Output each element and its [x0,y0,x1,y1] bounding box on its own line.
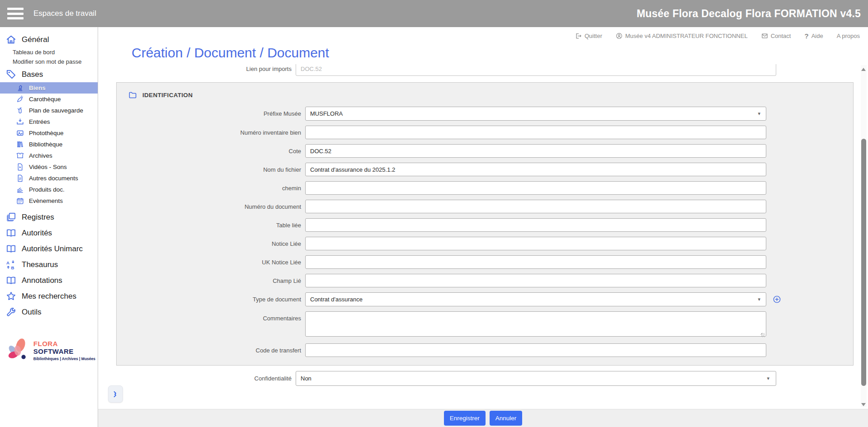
core-sample-icon [16,95,24,103]
svg-text:A: A [6,260,9,265]
document-icon [16,174,24,182]
numero-inventaire-bien-row: Numéro inventaire bien [117,126,853,139]
contact-link[interactable]: Contact [761,33,791,39]
sidebar-item-general[interactable]: Général [0,32,98,47]
cote-input[interactable] [305,144,766,158]
numero-inventaire-bien-input[interactable] [305,126,766,139]
sidebar: Général Tableau de bord Modifier son mot… [0,27,98,427]
sidebar-item-entrees[interactable]: Entrées [0,116,98,127]
add-circle-icon[interactable] [773,295,781,304]
sidebar-item-annotations[interactable]: Annotations [0,272,98,288]
confidentialite-select[interactable]: Non ▾ [296,371,776,386]
wrench-icon [6,307,16,317]
save-button[interactable]: Enregistrer [444,411,486,426]
prefixe-musee-row: Préfixe Musée MUSFLORA ▾ [117,107,853,121]
question-mark-icon: ? [804,32,808,40]
nom-du-fichier-input[interactable] [305,163,766,176]
type-de-document-select[interactable]: Contrat d'assurance ▾ [305,292,766,306]
identification-panel: IDENTIFICATION Préfixe Musée MUSFLORA ▾ … [116,82,854,366]
sidebar-item-videos-sons[interactable]: Vidéos - Sons [0,161,98,173]
envelope-icon [761,33,768,39]
sidebar-item-produits-doc[interactable]: Produits doc. [0,184,98,195]
expand-panel-button[interactable] [108,385,123,403]
sidebar-item-autres-documents[interactable]: Autres documents [0,173,98,184]
sidebar-item-autorites-unimarc[interactable]: Autorités Unimarc [0,241,98,257]
open-book-icon [6,244,16,254]
flora-software-logo: FLORA SOFTWARE Bibliothèques | Archives … [5,336,98,364]
home-icon [6,34,16,45]
commentaires-textarea[interactable] [305,311,766,337]
logo-tagline: Bibliothèques | Archives | Musées [33,357,98,361]
sidebar-item-evenements[interactable]: Evènements [0,195,98,206]
main-area: Quitter Musée v4 ADMINISTRATEUR FONCTION… [98,27,868,427]
star-icon [6,291,16,301]
sidebar-item-carotheque[interactable]: Carothèque [0,94,98,105]
photo-icon [16,129,24,137]
sidebar-item-tableau-de-bord[interactable]: Tableau de bord [0,47,98,57]
sidebar-item-autorites[interactable]: Autorités [0,225,98,241]
sidebar-item-mes-recherches[interactable]: Mes recherches [0,288,98,304]
uk-notice-liee-row: UK Notice Liée [117,255,853,269]
field-label: Numéro du document [117,203,305,210]
chevron-down-icon: ▾ [758,296,760,302]
apropos-link[interactable]: A propos [837,33,860,39]
sidebar-item-thesaurus[interactable]: AB Thesaurus [0,257,98,272]
user-icon [616,33,623,39]
field-label: Confidentialité [98,375,296,382]
type-de-document-row: Type de document Contrat d'assurance ▾ [117,292,853,306]
chemin-input[interactable] [305,181,766,195]
vertical-scrollbar[interactable] [861,65,867,407]
notice-liee-input[interactable] [305,237,766,250]
field-label: Lien pour imports [98,66,296,72]
sidebar-item-outils[interactable]: Outils [0,304,98,320]
cancel-button[interactable]: Annuler [490,411,523,426]
sidebar-item-phototheque[interactable]: Photothèque [0,127,98,139]
field-label: UK Notice Liée [117,259,305,266]
field-label: Notice Liée [117,240,305,247]
field-label: Type de document [117,296,305,303]
form-scroll-area: Lien pour imports IDENTIFICATION Préfixe… [98,64,868,409]
scroll-up-arrow-icon[interactable] [861,68,866,71]
scrollbar-thumb[interactable] [861,139,866,386]
sidebar-item-archives[interactable]: Archives [0,150,98,161]
field-label: Champ Lié [117,277,305,284]
commentaires-row: Commentaires [117,311,853,338]
svg-text:B: B [11,265,14,270]
numero-du-document-row: Numéro du document [117,200,853,213]
cote-row: Cote [117,144,853,158]
quitter-link[interactable]: Quitter [575,33,602,39]
field-label: Numéro inventaire bien [117,129,305,136]
field-label: chemin [117,185,305,192]
table-liee-row: Table liée [117,218,853,232]
open-book-icon [6,275,16,286]
open-book-icon [6,228,16,238]
prefixe-musee-select[interactable]: MUSFLORA ▾ [305,107,766,121]
user-account-link[interactable]: Musée v4 ADMINISTRATEUR FONCTIONNEL [616,33,748,39]
workspaces-label[interactable]: Espaces de travail [33,9,96,18]
uk-notice-liee-input[interactable] [305,255,766,269]
aide-link[interactable]: ? Aide [804,32,823,40]
field-label: Préfixe Musée [117,110,305,117]
tag-icon [6,69,16,80]
identification-header[interactable]: IDENTIFICATION [128,91,853,99]
chevron-right-icon [112,390,119,398]
code-de-transfert-input[interactable] [305,343,766,357]
sidebar-item-biens[interactable]: Biens [0,82,98,94]
sidebar-item-modifier-mot-de-passe[interactable]: Modifier son mot de passe [0,57,98,66]
numero-du-document-input[interactable] [305,200,766,213]
flora-petals-icon [5,336,32,364]
table-liee-input[interactable] [305,218,766,232]
resize-grip-icon[interactable] [761,333,765,337]
scroll-down-arrow-icon[interactable] [861,403,866,406]
sidebar-item-bibliotheque[interactable]: Bibliothèque [0,139,98,150]
champ-lie-input[interactable] [305,274,766,287]
header-links: Quitter Musée v4 ADMINISTRATEUR FONCTION… [98,27,868,42]
sidebar-item-bases[interactable]: Bases [0,66,98,82]
sidebar-item-registres[interactable]: Registres [0,209,98,225]
field-label: Nom du fichier [117,166,305,173]
topbar: Espaces de travail Musée Flora Decalog F… [0,0,868,27]
hamburger-menu-icon[interactable] [7,8,24,19]
stack-icon [16,186,24,193]
lien-pour-imports-input[interactable] [296,64,776,76]
sidebar-item-plan-de-sauvegarde[interactable]: Plan de sauvegarde [0,105,98,116]
